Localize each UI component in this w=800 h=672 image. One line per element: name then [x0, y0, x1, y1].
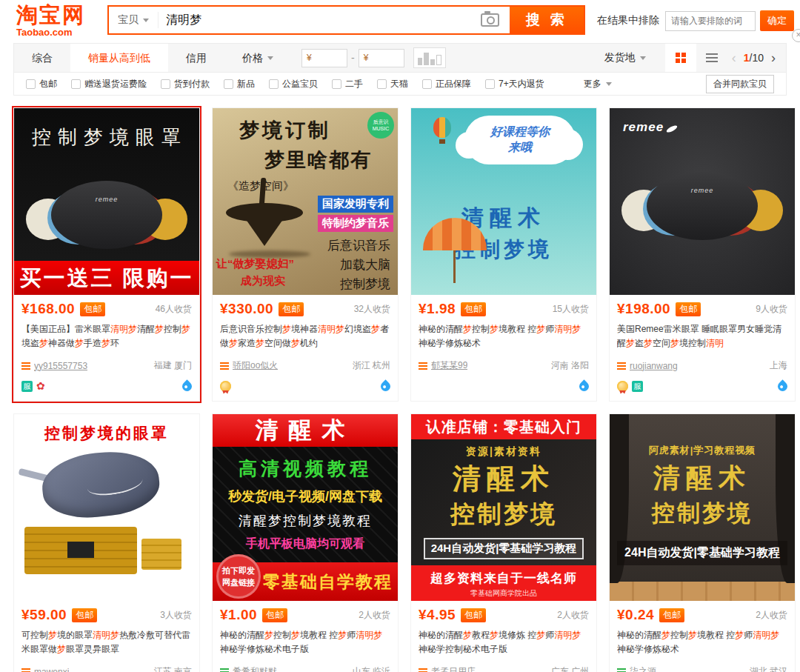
product-image[interactable]: 阿虎素材|学习教程视频 清醒术 控制梦境 24H自动发货|零基础学习教程 — [610, 414, 795, 601]
filter-7day-return[interactable]: 7+天内退货 — [485, 78, 544, 90]
wangwang-chat-icon[interactable] — [21, 668, 30, 672]
seller-location: 福建 厦门 — [154, 359, 192, 372]
product-card-2[interactable]: 后意识MUSIC 梦境订制 梦里啥都有 《造梦空间》 国家发明专利 特制约梦音乐… — [212, 107, 399, 402]
wangwang-chat-icon[interactable] — [617, 668, 626, 672]
filter-return-insurance[interactable]: 赠送退货运费险 — [71, 78, 147, 90]
exclude-confirm-button[interactable]: 确定 — [760, 10, 794, 31]
seller-location: 河南 洛阳 — [551, 359, 589, 372]
product-title[interactable]: 神秘的清醒梦控制梦境教程 控梦师清明梦神秘学修炼秘术电子版 — [220, 628, 390, 658]
seller-location: 湖北 武汉 — [750, 665, 787, 672]
sold-count: 46人收货 — [156, 303, 192, 316]
checkbox[interactable] — [269, 79, 279, 89]
seller-name[interactable]: ruojianwang — [630, 361, 678, 371]
more-filters-dropdown[interactable]: 更多 — [584, 78, 612, 90]
product-title[interactable]: 后意识音乐控制梦境神器清明梦幻境盗梦者做梦家造梦空间做梦机约 — [220, 322, 390, 352]
checkbox[interactable] — [485, 79, 495, 89]
product-card-8[interactable]: 阿虎素材|学习教程视频 清醒术 控制梦境 24H自动发货|零基础学习教程 ¥0.… — [609, 413, 796, 672]
product-card-4[interactable]: remee remee ¥198.00 包邮 9人收货 美国Remee雷米眼罩 … — [609, 107, 796, 402]
checkbox[interactable] — [377, 79, 387, 89]
product-image[interactable]: 清醒术 高清视频教程 秒发货/电子视频/网盘下载 清醒梦控制梦境教程 手机平板电… — [213, 414, 398, 601]
filter-new[interactable]: 新品 — [224, 78, 255, 90]
ship-from-dropdown[interactable]: 发货地 — [604, 51, 646, 64]
list-view-icon — [706, 53, 718, 62]
product-title[interactable]: 神秘的清醒梦控制梦境教程 控梦师清明梦神秘学修炼秘术 — [419, 322, 589, 352]
checkbox[interactable] — [161, 79, 170, 89]
product-title[interactable]: 可控制梦境的眼罩清明梦热敷冷敷可替代雷米眼罩做梦眼罩灵异眼罩 — [21, 628, 192, 658]
tab-price[interactable]: 价格 — [224, 44, 291, 72]
checkbox[interactable] — [422, 79, 432, 89]
seller-name[interactable]: mawenxi — [34, 667, 69, 672]
product-image[interactable]: 认准店铺：零基础入门 资源|素材资料 清醒术 控制梦境 24H自动发货|零基础学… — [411, 414, 596, 601]
filter-charity[interactable]: 公益宝贝 — [269, 78, 318, 90]
product-image[interactable]: 控制梦境眼罩 remee 买一送三 限购一件 — [14, 108, 199, 295]
wangwang-chat-icon[interactable] — [617, 362, 626, 370]
product-card-1[interactable]: 控制梦境眼罩 remee 买一送三 限购一件 ¥168.00 包邮 46人收货 … — [13, 107, 200, 402]
free-shipping-badge: 包邮 — [461, 608, 486, 622]
free-shipping-badge: 包邮 — [80, 302, 105, 316]
filter-cash-on-delivery[interactable]: 货到付款 — [161, 78, 210, 90]
grid-view-toggle[interactable] — [665, 44, 696, 72]
product-title[interactable]: 神秘的清醒梦教程梦境修炼 控梦师清明梦神秘学控制秘术电子版 — [419, 628, 589, 658]
product-image[interactable]: remee remee — [610, 108, 795, 295]
checkbox[interactable] — [224, 79, 233, 89]
camera-search-icon[interactable] — [481, 13, 499, 27]
checkbox[interactable] — [332, 79, 341, 89]
eye-mask-illustration: remee — [610, 167, 795, 249]
checkbox[interactable] — [71, 79, 81, 89]
wangwang-chat-icon[interactable] — [21, 362, 30, 370]
price-histogram-icon[interactable] — [413, 47, 446, 68]
product-image[interactable]: 好课程等你 来哦 清醒术 控制梦境 — [411, 108, 596, 295]
checkbox[interactable] — [26, 79, 36, 89]
sold-count: 9人收货 — [756, 303, 787, 316]
list-view-toggle[interactable] — [696, 44, 727, 72]
wangwang-chat-icon[interactable] — [419, 362, 427, 370]
circuit-board-illustration — [24, 527, 137, 574]
promo-banner: 买一送三 限购一件 — [14, 261, 199, 295]
filter-tmall[interactable]: 天猫 — [377, 78, 408, 90]
next-page-icon[interactable] — [771, 50, 776, 66]
search-category-dropdown[interactable]: 宝贝 — [109, 12, 159, 28]
seller-name[interactable]: 郁某某99 — [431, 359, 467, 372]
taobao-logo[interactable]: 淘宝网 Taobao.com — [16, 4, 85, 37]
search-input[interactable] — [159, 7, 481, 33]
product-image[interactable]: 控制梦境的眼罩 — [14, 414, 199, 601]
product-card-5[interactable]: 控制梦境的眼罩 ¥59.00 包邮 3人收货 可控制梦境的眼罩清明梦热敷冷敷可替… — [13, 413, 200, 672]
price: ¥1.00 — [220, 607, 257, 623]
seller-name[interactable]: yy915557753 — [34, 361, 87, 371]
price-min-input[interactable]: ¥ — [301, 49, 347, 67]
price-max-input[interactable]: ¥ — [359, 49, 404, 67]
price: ¥168.00 — [21, 301, 75, 317]
wangwang-chat-icon[interactable] — [220, 362, 229, 370]
product-title[interactable]: 神秘的清醒梦控制梦境教程 控梦师清明梦神秘学修炼秘术 — [617, 628, 787, 658]
wangwang-chat-icon[interactable] — [419, 668, 427, 672]
tab-credit[interactable]: 信用 — [168, 44, 224, 72]
exclude-group: 在结果中排除 确定 — [597, 10, 794, 31]
filter-secondhand[interactable]: 二手 — [332, 78, 363, 90]
filter-authentic[interactable]: 正品保障 — [422, 78, 471, 90]
product-image[interactable]: 后意识MUSIC 梦境订制 梦里啥都有 《造梦空间》 国家发明专利 特制约梦音乐… — [213, 108, 398, 295]
product-title[interactable]: 【美国正品】雷米眼罩清明梦清醒梦控制梦境盗梦神器做梦手造梦环 — [21, 322, 192, 352]
product-grid: 控制梦境眼罩 remee 买一送三 限购一件 ¥168.00 包邮 46人收货 … — [13, 107, 787, 672]
prev-page-icon[interactable] — [732, 50, 736, 66]
product-card-7[interactable]: 认准店铺：零基础入门 资源|素材资料 清醒术 控制梦境 24H自动发货|零基础学… — [410, 413, 597, 672]
seller-name[interactable]: 柒之源 — [630, 665, 656, 672]
seller-name[interactable]: 骄阳oo似火 — [233, 359, 278, 372]
seller-name[interactable]: 希希和默默 — [233, 665, 277, 672]
image-headline: 控制梦境眼罩 — [14, 108, 199, 150]
tab-comprehensive[interactable]: 综合 — [14, 44, 70, 72]
search-button[interactable]: 搜 索 — [510, 7, 584, 33]
product-card-6[interactable]: 清醒术 高清视频教程 秒发货/电子视频/网盘下载 清醒梦控制梦境教程 手机平板电… — [212, 413, 399, 672]
ship-from-label: 发货地 — [604, 51, 636, 64]
product-card-3[interactable]: 好课程等你 来哦 清醒术 控制梦境 ¥1.98 包邮 15人收货 神秘的清醒梦控… — [410, 107, 597, 402]
price: ¥1.98 — [419, 301, 456, 317]
close-icon[interactable] — [792, 29, 800, 42]
tab-sales-high-to-low[interactable]: 销量从高到低 — [70, 44, 168, 72]
exclude-input[interactable] — [665, 11, 756, 31]
sold-count: 2人收货 — [359, 609, 390, 622]
seller-name[interactable]: 老孟日用店 — [431, 665, 476, 672]
wangwang-chat-icon[interactable] — [220, 668, 229, 672]
search-bar: 宝贝 搜 索 — [107, 5, 585, 35]
product-title[interactable]: 美国Remee雷米眼罩 睡眠眼罩男女睡觉清醒梦盗梦空间梦境控制清明 — [617, 322, 787, 352]
filter-free-shipping[interactable]: 包邮 — [26, 78, 57, 90]
merge-same-items-button[interactable]: 合并同款宝贝 — [706, 75, 774, 93]
